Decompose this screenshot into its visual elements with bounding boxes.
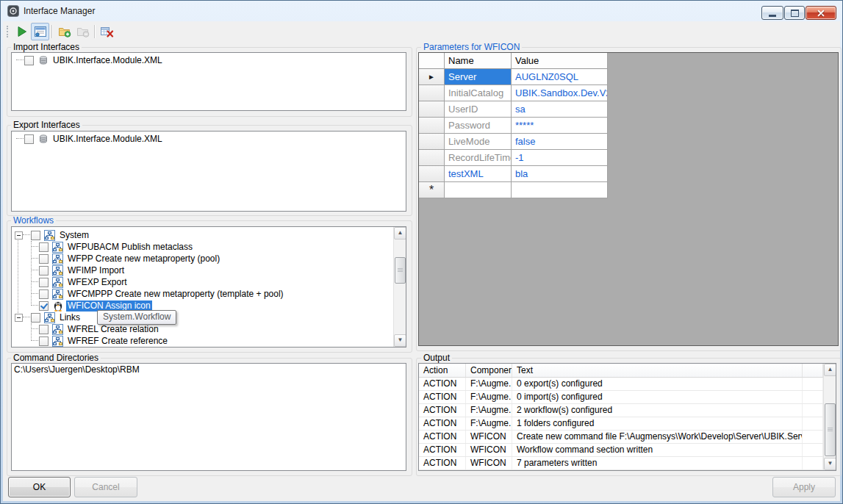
row-header-cell[interactable] xyxy=(419,134,445,150)
param-row: InitialCatalogUBIK.Sandbox.Dev.V2 xyxy=(419,85,608,101)
write-commands-button[interactable] xyxy=(31,23,49,40)
row-header-cell[interactable] xyxy=(419,85,445,101)
output-row[interactable]: ACTIONF:\Augme...1 folders configured xyxy=(419,417,823,431)
tree-connector xyxy=(31,328,38,330)
scroll-up-icon[interactable]: ▲ xyxy=(824,364,836,376)
workflow-tree-item[interactable]: WFIMP Import xyxy=(12,264,406,276)
parameters-grid-header: Name Value xyxy=(419,53,608,69)
minimize-button[interactable] xyxy=(761,6,783,20)
param-row: LiveModefalse xyxy=(419,134,608,150)
param-name-cell[interactable]: Password xyxy=(445,118,512,134)
action-column-header[interactable]: Action xyxy=(419,364,466,377)
tree-item[interactable]: UBIK.Interface.Module.XML xyxy=(12,54,406,66)
output-action-cell: ACTION xyxy=(419,444,466,456)
workflow-tree-item[interactable]: WFCMPPP Create new metaproperty (templat… xyxy=(12,288,406,300)
param-value-cell[interactable]: sa xyxy=(512,101,608,118)
param-value-cell[interactable]: -1 xyxy=(512,150,608,166)
checkbox[interactable] xyxy=(31,313,40,323)
add-directory-button[interactable] xyxy=(55,23,73,40)
param-name-cell[interactable]: Server xyxy=(445,69,512,85)
output-row[interactable]: ACTIONF:\Augme...0 import(s) configured xyxy=(419,391,823,404)
checkbox[interactable] xyxy=(39,301,49,311)
checkbox[interactable] xyxy=(39,325,49,334)
scrollbar-thumb[interactable] xyxy=(825,403,836,456)
output-row[interactable]: ACTIONWFICONWorkflow command section wri… xyxy=(419,444,823,457)
param-value-cell[interactable]: ***** xyxy=(512,118,608,134)
param-name-cell[interactable]: RecordLifeTime xyxy=(445,150,512,166)
param-name-cell[interactable] xyxy=(445,182,512,198)
output-row[interactable]: ACTIONWFICONCreate new command file F:\A… xyxy=(419,431,823,444)
ok-button[interactable]: OK xyxy=(8,477,71,497)
row-header-cell[interactable] xyxy=(419,166,445,182)
tree-connector xyxy=(31,246,38,248)
output-component-cell: F:\Augme... xyxy=(466,391,512,403)
workflow-tree-item[interactable]: WFPP Create new metaproperty (pool) xyxy=(12,253,406,264)
name-column-header[interactable]: Name xyxy=(445,53,512,69)
maximize-button[interactable] xyxy=(784,6,805,20)
checkbox[interactable] xyxy=(39,289,49,299)
checkbox[interactable] xyxy=(39,254,49,264)
delete-commands-button[interactable] xyxy=(98,23,116,40)
parameters-grid[interactable]: Name Value ►ServerAUGLNZ0SQLInitialCatal… xyxy=(419,53,608,198)
workflow-tree-item[interactable]: Links xyxy=(12,312,406,323)
component-column-header[interactable]: Component xyxy=(466,364,512,377)
workflows-tree[interactable]: SystemWFPUBACM Publish metaclassWFPP Cre… xyxy=(11,226,406,348)
checkbox[interactable] xyxy=(24,56,34,65)
command-directories-list[interactable]: C:\Users\Juergen\Desktop\RBM xyxy=(11,363,406,471)
collapse-icon[interactable] xyxy=(15,314,23,322)
scroll-down-icon[interactable]: ▼ xyxy=(824,458,836,470)
row-header-cell[interactable]: * xyxy=(419,182,445,198)
workflow-tree-item[interactable]: WFICON Assign icon xyxy=(12,300,406,312)
checkbox[interactable] xyxy=(39,278,49,287)
run-button[interactable] xyxy=(12,23,31,40)
workflow-tree-item[interactable]: System xyxy=(12,229,406,241)
window-controls xyxy=(761,6,836,20)
workflow-tree-item[interactable]: WFEXP Export xyxy=(12,276,406,288)
output-list[interactable]: Action Component Text ACTIONF:\Augme...0… xyxy=(418,363,836,471)
output-filler-cell xyxy=(803,431,823,443)
param-value-cell[interactable] xyxy=(512,182,608,198)
row-header-cell[interactable] xyxy=(419,118,445,134)
output-filler-cell xyxy=(803,444,823,456)
grid-corner-cell[interactable] xyxy=(419,53,445,69)
param-name-cell[interactable]: UserID xyxy=(445,101,512,118)
tree-item-label: WFPUBACM Publish metaclass xyxy=(66,242,194,253)
output-component-cell: F:\Augme... xyxy=(466,417,512,430)
output-scrollbar[interactable]: ▲ ▼ xyxy=(823,364,836,470)
param-value-cell[interactable]: UBIK.Sandbox.Dev.V2 xyxy=(512,85,608,101)
tree-item[interactable]: UBIK.Interface.Module.XML xyxy=(12,133,406,145)
checkbox[interactable] xyxy=(24,134,34,144)
workflow-icon xyxy=(51,335,64,347)
row-header-cell[interactable] xyxy=(419,150,445,166)
param-name-cell[interactable]: InitialCatalog xyxy=(445,85,512,101)
param-name-cell[interactable]: testXML xyxy=(445,166,512,182)
checkbox[interactable] xyxy=(39,266,49,276)
text-column-header[interactable]: Text xyxy=(512,364,803,377)
tree-item-label: WFREF Create reference xyxy=(66,336,169,347)
workflow-tree-item[interactable]: WFREF Create reference xyxy=(12,335,406,347)
param-value-cell[interactable]: false xyxy=(512,134,608,150)
checkbox[interactable] xyxy=(39,242,49,252)
output-row[interactable]: ACTIONWFICON7 parameters written xyxy=(419,457,823,470)
checkbox[interactable] xyxy=(39,336,49,346)
export-interfaces-tree[interactable]: UBIK.Interface.Module.XML xyxy=(11,131,406,212)
output-row[interactable]: ACTIONF:\Augme...0 export(s) configured xyxy=(419,378,823,391)
param-name-cell[interactable]: LiveMode xyxy=(445,134,512,150)
workflow-tree-item[interactable]: WFREL Create relation xyxy=(12,323,406,335)
output-row[interactable]: ACTIONF:\Augme...2 workflow(s) configure… xyxy=(419,404,823,417)
workflow-tree-item[interactable]: WFPUBACM Publish metaclass xyxy=(12,241,406,253)
param-value-cell[interactable]: AUGLNZ0SQL xyxy=(512,69,608,85)
parameters-panel: Name Value ►ServerAUGLNZ0SQLInitialCatal… xyxy=(418,52,839,346)
collapse-icon[interactable] xyxy=(15,231,23,240)
close-button[interactable] xyxy=(806,6,836,20)
row-header-cell[interactable] xyxy=(419,101,445,118)
value-column-header[interactable]: Value xyxy=(512,53,608,69)
output-filler-cell xyxy=(803,417,823,430)
import-interfaces-tree[interactable]: UBIK.Interface.Module.XML xyxy=(11,52,406,111)
checkbox[interactable] xyxy=(31,231,40,240)
directory-item[interactable]: C:\Users\Juergen\Desktop\RBM xyxy=(12,364,406,375)
cancel-button: Cancel xyxy=(74,477,137,497)
param-value-cell[interactable]: bla xyxy=(512,166,608,182)
row-header-cell[interactable]: ► xyxy=(419,69,445,85)
workflow-icon xyxy=(51,288,64,300)
